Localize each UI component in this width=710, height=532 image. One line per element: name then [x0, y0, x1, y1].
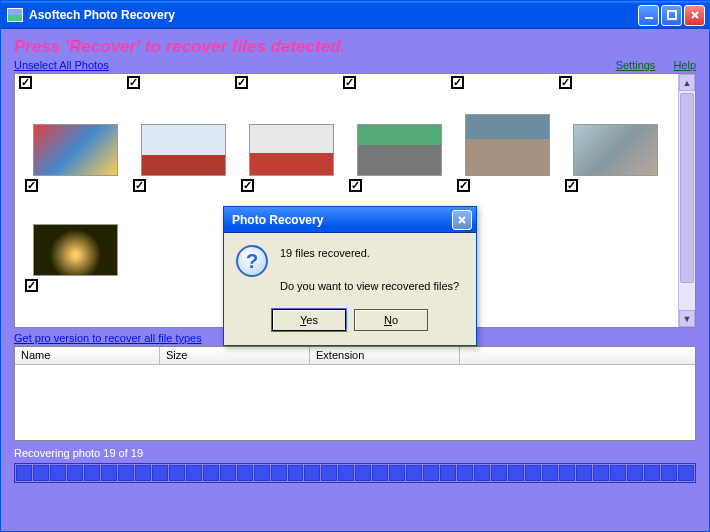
- question-icon: ?: [236, 245, 268, 277]
- minimize-button[interactable]: [638, 5, 659, 26]
- column-name[interactable]: Name: [15, 347, 160, 364]
- dialog-buttons: Yes No: [224, 309, 476, 345]
- thumbnail[interactable]: [25, 224, 125, 292]
- help-link[interactable]: Help: [673, 59, 696, 71]
- column-blank[interactable]: [460, 347, 695, 364]
- maximize-button[interactable]: [661, 5, 682, 26]
- vertical-scrollbar[interactable]: ▲ ▼: [678, 74, 695, 327]
- window-title: Asoftech Photo Recovery: [29, 8, 638, 22]
- close-button[interactable]: [684, 5, 705, 26]
- dialog-line2: Do you want to view recovered files?: [280, 278, 459, 295]
- thumbnail[interactable]: [25, 124, 125, 192]
- scroll-up-button[interactable]: ▲: [679, 74, 695, 91]
- thumbnail-image: [465, 114, 550, 176]
- progress-bar: [14, 463, 696, 483]
- titlebar: Asoftech Photo Recovery: [1, 1, 709, 29]
- thumbnail-checkbox[interactable]: [343, 76, 356, 89]
- app-icon: [7, 8, 23, 22]
- recovery-dialog: Photo Recovery ? 19 files recovered. Do …: [223, 206, 477, 346]
- status-text: Recovering photo 19 of 19: [4, 441, 706, 463]
- unselect-all-link[interactable]: Unselect All Photos: [14, 59, 109, 71]
- link-bar: Unselect All Photos Settings Help: [4, 59, 706, 73]
- dialog-close-button[interactable]: [452, 210, 472, 230]
- dialog-title: Photo Recovery: [232, 213, 323, 227]
- thumbnail[interactable]: [349, 124, 449, 192]
- dialog-text: 19 files recovered. Do you want to view …: [280, 245, 459, 295]
- thumbnail-image: [33, 124, 118, 176]
- pro-version-link[interactable]: Get pro version to recover all file type…: [14, 332, 202, 344]
- dialog-body: ? 19 files recovered. Do you want to vie…: [224, 233, 476, 309]
- thumbnail-checkbox[interactable]: [19, 76, 32, 89]
- thumbnail-checkbox[interactable]: [559, 76, 572, 89]
- dialog-line1: 19 files recovered.: [280, 245, 459, 262]
- scroll-thumb[interactable]: [680, 93, 694, 283]
- thumbnail-image: [573, 124, 658, 176]
- thumbnail[interactable]: [457, 114, 557, 192]
- main-window: Asoftech Photo Recovery Press 'Recover' …: [0, 0, 710, 532]
- window-controls: [638, 5, 705, 26]
- thumbnail-checkbox[interactable]: [235, 76, 248, 89]
- thumbnail-checkbox[interactable]: [451, 76, 464, 89]
- column-size[interactable]: Size: [160, 347, 310, 364]
- column-extension[interactable]: Extension: [310, 347, 460, 364]
- thumbnail-image: [357, 124, 442, 176]
- scroll-track[interactable]: [679, 91, 695, 310]
- thumbnail-checkbox[interactable]: [565, 179, 578, 192]
- svg-rect-0: [645, 17, 653, 19]
- yes-button[interactable]: Yes: [272, 309, 346, 331]
- dialog-titlebar: Photo Recovery: [224, 207, 476, 233]
- thumbnail[interactable]: [241, 124, 341, 192]
- file-list[interactable]: Name Size Extension: [14, 346, 696, 441]
- thumbnail[interactable]: [565, 124, 665, 192]
- thumbnail-checkbox[interactable]: [457, 179, 470, 192]
- instruction-text: Press 'Recover' to recover files detecte…: [4, 31, 706, 59]
- thumbnail-image: [141, 124, 226, 176]
- thumbnail[interactable]: [133, 124, 233, 192]
- list-header: Name Size Extension: [15, 347, 695, 365]
- no-button[interactable]: No: [354, 309, 428, 331]
- scroll-down-button[interactable]: ▼: [679, 310, 695, 327]
- svg-rect-1: [668, 11, 676, 19]
- thumbnail-checkbox[interactable]: [127, 76, 140, 89]
- thumbnail-image: [33, 224, 118, 276]
- thumbnail-checkbox[interactable]: [349, 179, 362, 192]
- thumbnail-checkbox[interactable]: [133, 179, 146, 192]
- thumbnail-row-0-checks: [19, 76, 675, 89]
- thumbnail-checkbox[interactable]: [241, 179, 254, 192]
- thumbnail-checkbox[interactable]: [25, 279, 38, 292]
- thumbnail-checkbox[interactable]: [25, 179, 38, 192]
- settings-link[interactable]: Settings: [616, 59, 656, 71]
- thumbnail-image: [249, 124, 334, 176]
